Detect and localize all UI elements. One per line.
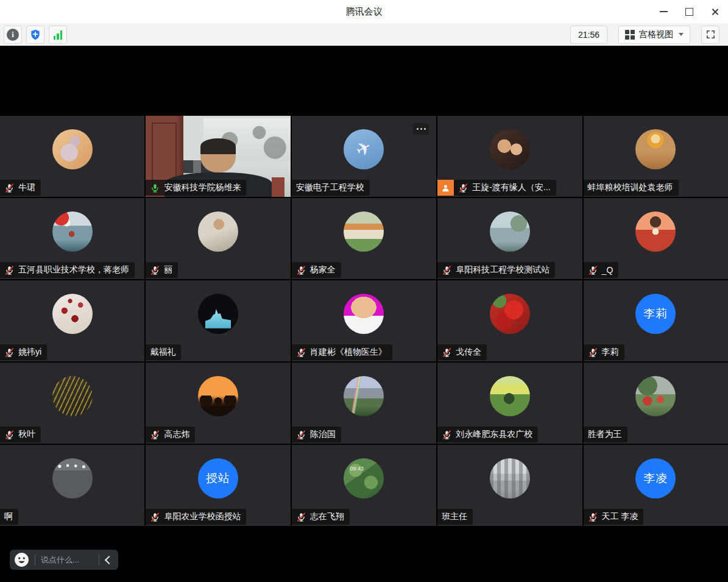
fullscreen-button[interactable] bbox=[701, 26, 719, 44]
fullscreen-icon bbox=[705, 29, 716, 40]
participant-tile[interactable]: 授站 阜阳农业学校函授站 bbox=[146, 445, 290, 526]
mic-status-icon bbox=[4, 265, 15, 275]
participant-avatar bbox=[344, 211, 384, 252]
participant-nameplate: 戴福礼 bbox=[146, 344, 181, 360]
chat-quick-bar[interactable]: 说点什么... bbox=[10, 550, 118, 570]
participant-avatar bbox=[198, 294, 238, 334]
participant-nameplate: 阜阳农业学校函授站 bbox=[146, 509, 246, 525]
participant-name: 丽 bbox=[164, 264, 172, 275]
meeting-info-button[interactable]: i bbox=[4, 26, 22, 44]
participant-name: 胜者为王 bbox=[588, 429, 622, 440]
participant-name: 高志炜 bbox=[164, 429, 189, 440]
participant-avatar bbox=[52, 294, 93, 334]
info-icon: i bbox=[7, 29, 19, 41]
divider bbox=[35, 555, 35, 566]
view-mode-label: 宫格视图 bbox=[639, 29, 673, 40]
participant-name: 天工 李凌 bbox=[602, 511, 638, 522]
participant-nameplate: 王旋-渡有缘人（安... bbox=[437, 180, 556, 196]
participant-tile[interactable]: 胜者为王 bbox=[584, 363, 728, 444]
participant-name: 蚌埠粮校培训处袁老师 bbox=[588, 182, 673, 193]
participant-tile[interactable]: 杨家全 bbox=[292, 198, 436, 279]
tile-more-menu-button[interactable] bbox=[413, 123, 429, 135]
participant-avatar bbox=[198, 376, 238, 416]
collapse-chevron-icon[interactable] bbox=[105, 555, 113, 564]
participant-name: 戈传全 bbox=[456, 347, 481, 358]
participant-nameplate: 姚祎yi bbox=[0, 344, 47, 360]
close-button[interactable] bbox=[710, 7, 719, 16]
participant-avatar: 授站 bbox=[198, 458, 238, 499]
participant-tile[interactable]: 安徽电子工程学校 bbox=[292, 116, 436, 197]
participant-avatar bbox=[344, 129, 384, 169]
participant-name: 肖建彬《植物医生》 bbox=[310, 347, 387, 358]
participant-name: 戴福礼 bbox=[150, 347, 175, 358]
participant-tile[interactable]: 刘永峰肥东县农广校 bbox=[437, 363, 582, 444]
participant-tile[interactable]: 王旋-渡有缘人（安... bbox=[437, 116, 582, 197]
participant-nameplate: 安徽科技学院杨维来 bbox=[146, 180, 246, 196]
mic-status-icon bbox=[442, 347, 452, 358]
participant-tile[interactable]: 啊 bbox=[0, 445, 144, 526]
chat-input-placeholder[interactable]: 说点什么... bbox=[41, 555, 93, 566]
participant-name: _Q bbox=[602, 265, 613, 275]
mic-status-icon bbox=[588, 347, 598, 358]
meeting-stage: 牛珺 安徽科技学院杨维来 安徽电子工程学校 bbox=[0, 46, 728, 582]
meeting-security-button[interactable] bbox=[26, 26, 44, 44]
chair bbox=[272, 177, 284, 197]
mic-status-icon bbox=[296, 265, 306, 275]
network-status-button[interactable] bbox=[49, 26, 67, 44]
participant-avatar bbox=[52, 458, 93, 499]
mic-status-icon bbox=[296, 512, 306, 522]
participant-name: 杨家全 bbox=[310, 264, 336, 275]
participant-tile[interactable]: 牛珺 bbox=[0, 116, 144, 197]
participant-name: 陈治国 bbox=[310, 429, 336, 440]
window-title: 腾讯会议 bbox=[0, 6, 728, 18]
participant-tile[interactable]: 戴福礼 bbox=[146, 280, 290, 361]
minimize-button[interactable] bbox=[659, 7, 668, 16]
participant-tile[interactable]: 阜阳科技工程学校测试站 bbox=[437, 198, 582, 279]
participant-tile[interactable]: 安徽科技学院杨维来 bbox=[146, 116, 290, 197]
participant-tile[interactable]: 戈传全 bbox=[437, 280, 582, 361]
participant-name: 班主任 bbox=[442, 511, 467, 522]
participant-nameplate: 志在飞翔 bbox=[292, 509, 350, 525]
maximize-icon bbox=[685, 8, 693, 16]
participant-nameplate: 阜阳科技工程学校测试站 bbox=[437, 262, 555, 278]
meeting-toolbar: i 21:56 宫格视图 bbox=[0, 23, 728, 46]
participant-nameplate: 丽 bbox=[146, 262, 178, 278]
participant-tile[interactable]: 李凌 天工 李凌 bbox=[584, 445, 728, 526]
participant-avatar bbox=[344, 376, 384, 416]
participant-tile[interactable]: 高志炜 bbox=[146, 363, 290, 444]
participant-tile[interactable]: 丽 bbox=[146, 198, 290, 279]
view-mode-button[interactable]: 宫格视图 bbox=[618, 26, 690, 44]
participant-tile[interactable]: 陈治国 bbox=[292, 363, 436, 444]
emoji-icon[interactable] bbox=[14, 552, 29, 567]
participant-nameplate: 胜者为王 bbox=[584, 427, 627, 442]
participant-name: 牛珺 bbox=[18, 182, 35, 193]
participant-tile[interactable]: 五河县职业技术学校，蒋老师 bbox=[0, 198, 144, 279]
participant-tile[interactable]: 09:43 志在飞翔 bbox=[292, 445, 436, 526]
participant-avatar: 李莉 bbox=[635, 294, 676, 334]
participant-tile[interactable]: 秋叶 bbox=[0, 363, 144, 444]
mic-status-icon bbox=[150, 512, 160, 522]
participant-name: 王旋-渡有缘人（安... bbox=[472, 182, 550, 193]
avatar-overlay-text: 09:43 bbox=[350, 466, 364, 472]
participant-tile[interactable]: 班主任 bbox=[437, 445, 582, 526]
participant-nameplate: 蚌埠粮校培训处袁老师 bbox=[584, 180, 679, 196]
participant-nameplate: 秋叶 bbox=[0, 427, 41, 442]
mic-status-icon bbox=[442, 265, 452, 275]
participant-avatar bbox=[490, 458, 530, 499]
participant-tile[interactable]: 蚌埠粮校培训处袁老师 bbox=[584, 116, 728, 197]
participant-tile[interactable]: _Q bbox=[584, 198, 728, 279]
participant-avatar bbox=[490, 211, 530, 252]
mic-status-icon bbox=[588, 512, 598, 522]
grid-view-icon bbox=[625, 30, 635, 40]
participant-nameplate: 肖建彬《植物医生》 bbox=[292, 344, 392, 360]
participant-tile[interactable]: 肖建彬《植物医生》 bbox=[292, 280, 436, 361]
participant-nameplate: 陈治国 bbox=[292, 427, 341, 442]
participant-avatar bbox=[52, 211, 93, 252]
participant-tile[interactable]: 姚祎yi bbox=[0, 280, 144, 361]
participant-grid: 牛珺 安徽科技学院杨维来 安徽电子工程学校 bbox=[0, 116, 728, 526]
mic-status-icon bbox=[588, 265, 598, 275]
mic-status-icon bbox=[296, 347, 306, 358]
maximize-button[interactable] bbox=[684, 7, 694, 16]
participant-tile[interactable]: 李莉 李莉 bbox=[584, 280, 728, 361]
participant-avatar bbox=[198, 211, 238, 252]
